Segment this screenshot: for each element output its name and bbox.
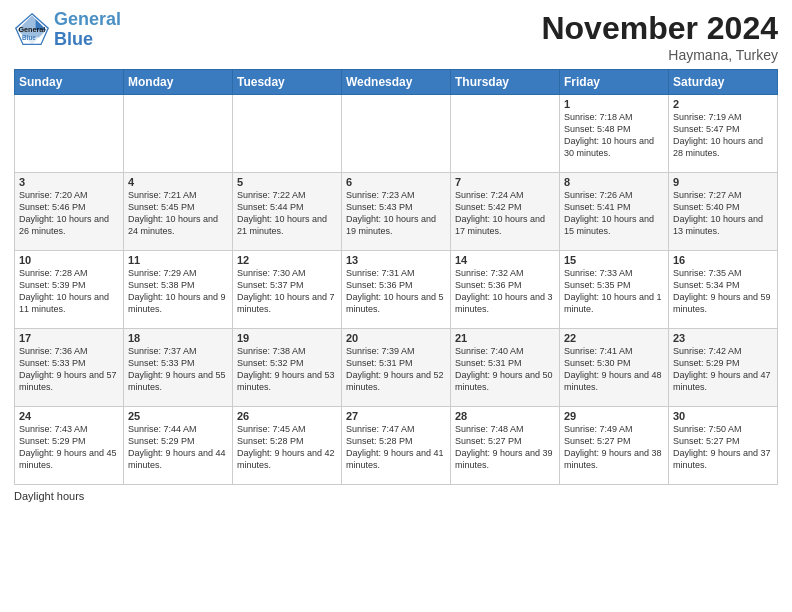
day-cell: 7Sunrise: 7:24 AM Sunset: 5:42 PM Daylig… — [451, 173, 560, 251]
day-cell: 3Sunrise: 7:20 AM Sunset: 5:46 PM Daylig… — [15, 173, 124, 251]
day-number: 17 — [19, 332, 119, 344]
day-cell — [124, 95, 233, 173]
day-cell: 10Sunrise: 7:28 AM Sunset: 5:39 PM Dayli… — [15, 251, 124, 329]
day-number: 19 — [237, 332, 337, 344]
day-info: Sunrise: 7:23 AM Sunset: 5:43 PM Dayligh… — [346, 189, 446, 238]
col-sunday: Sunday — [15, 70, 124, 95]
week-row-1: 1Sunrise: 7:18 AM Sunset: 5:48 PM Daylig… — [15, 95, 778, 173]
day-number: 8 — [564, 176, 664, 188]
col-monday: Monday — [124, 70, 233, 95]
day-info: Sunrise: 7:47 AM Sunset: 5:28 PM Dayligh… — [346, 423, 446, 472]
day-number: 20 — [346, 332, 446, 344]
day-number: 16 — [673, 254, 773, 266]
day-cell — [451, 95, 560, 173]
day-cell: 6Sunrise: 7:23 AM Sunset: 5:43 PM Daylig… — [342, 173, 451, 251]
day-info: Sunrise: 7:49 AM Sunset: 5:27 PM Dayligh… — [564, 423, 664, 472]
col-friday: Friday — [560, 70, 669, 95]
day-number: 10 — [19, 254, 119, 266]
day-info: Sunrise: 7:42 AM Sunset: 5:29 PM Dayligh… — [673, 345, 773, 394]
day-number: 28 — [455, 410, 555, 422]
day-cell: 26Sunrise: 7:45 AM Sunset: 5:28 PM Dayli… — [233, 407, 342, 485]
day-info: Sunrise: 7:18 AM Sunset: 5:48 PM Dayligh… — [564, 111, 664, 160]
day-cell: 24Sunrise: 7:43 AM Sunset: 5:29 PM Dayli… — [15, 407, 124, 485]
day-cell: 27Sunrise: 7:47 AM Sunset: 5:28 PM Dayli… — [342, 407, 451, 485]
day-cell: 29Sunrise: 7:49 AM Sunset: 5:27 PM Dayli… — [560, 407, 669, 485]
col-wednesday: Wednesday — [342, 70, 451, 95]
day-info: Sunrise: 7:26 AM Sunset: 5:41 PM Dayligh… — [564, 189, 664, 238]
day-cell: 15Sunrise: 7:33 AM Sunset: 5:35 PM Dayli… — [560, 251, 669, 329]
day-number: 3 — [19, 176, 119, 188]
day-cell — [342, 95, 451, 173]
day-info: Sunrise: 7:30 AM Sunset: 5:37 PM Dayligh… — [237, 267, 337, 316]
day-number: 11 — [128, 254, 228, 266]
calendar: Sunday Monday Tuesday Wednesday Thursday… — [14, 69, 778, 485]
day-info: Sunrise: 7:48 AM Sunset: 5:27 PM Dayligh… — [455, 423, 555, 472]
day-number: 21 — [455, 332, 555, 344]
day-info: Sunrise: 7:31 AM Sunset: 5:36 PM Dayligh… — [346, 267, 446, 316]
day-cell: 28Sunrise: 7:48 AM Sunset: 5:27 PM Dayli… — [451, 407, 560, 485]
day-info: Sunrise: 7:35 AM Sunset: 5:34 PM Dayligh… — [673, 267, 773, 316]
day-number: 4 — [128, 176, 228, 188]
day-cell: 21Sunrise: 7:40 AM Sunset: 5:31 PM Dayli… — [451, 329, 560, 407]
day-number: 29 — [564, 410, 664, 422]
header: General Blue GeneralBlue November 2024 H… — [14, 10, 778, 63]
day-info: Sunrise: 7:33 AM Sunset: 5:35 PM Dayligh… — [564, 267, 664, 316]
page: General Blue GeneralBlue November 2024 H… — [0, 0, 792, 612]
day-number: 14 — [455, 254, 555, 266]
day-number: 22 — [564, 332, 664, 344]
day-info: Sunrise: 7:27 AM Sunset: 5:40 PM Dayligh… — [673, 189, 773, 238]
day-cell: 17Sunrise: 7:36 AM Sunset: 5:33 PM Dayli… — [15, 329, 124, 407]
day-cell: 30Sunrise: 7:50 AM Sunset: 5:27 PM Dayli… — [669, 407, 778, 485]
calendar-header-row: Sunday Monday Tuesday Wednesday Thursday… — [15, 70, 778, 95]
day-cell — [15, 95, 124, 173]
day-number: 2 — [673, 98, 773, 110]
day-info: Sunrise: 7:19 AM Sunset: 5:47 PM Dayligh… — [673, 111, 773, 160]
day-info: Sunrise: 7:43 AM Sunset: 5:29 PM Dayligh… — [19, 423, 119, 472]
day-info: Sunrise: 7:37 AM Sunset: 5:33 PM Dayligh… — [128, 345, 228, 394]
day-cell: 5Sunrise: 7:22 AM Sunset: 5:44 PM Daylig… — [233, 173, 342, 251]
day-info: Sunrise: 7:44 AM Sunset: 5:29 PM Dayligh… — [128, 423, 228, 472]
month-title: November 2024 — [541, 10, 778, 47]
day-info: Sunrise: 7:36 AM Sunset: 5:33 PM Dayligh… — [19, 345, 119, 394]
legend: Daylight hours — [14, 490, 778, 502]
day-info: Sunrise: 7:24 AM Sunset: 5:42 PM Dayligh… — [455, 189, 555, 238]
day-number: 30 — [673, 410, 773, 422]
day-info: Sunrise: 7:22 AM Sunset: 5:44 PM Dayligh… — [237, 189, 337, 238]
day-cell: 2Sunrise: 7:19 AM Sunset: 5:47 PM Daylig… — [669, 95, 778, 173]
week-row-3: 10Sunrise: 7:28 AM Sunset: 5:39 PM Dayli… — [15, 251, 778, 329]
day-cell: 1Sunrise: 7:18 AM Sunset: 5:48 PM Daylig… — [560, 95, 669, 173]
day-cell: 16Sunrise: 7:35 AM Sunset: 5:34 PM Dayli… — [669, 251, 778, 329]
day-cell: 4Sunrise: 7:21 AM Sunset: 5:45 PM Daylig… — [124, 173, 233, 251]
day-number: 25 — [128, 410, 228, 422]
day-info: Sunrise: 7:39 AM Sunset: 5:31 PM Dayligh… — [346, 345, 446, 394]
day-number: 7 — [455, 176, 555, 188]
day-number: 23 — [673, 332, 773, 344]
day-cell: 13Sunrise: 7:31 AM Sunset: 5:36 PM Dayli… — [342, 251, 451, 329]
day-info: Sunrise: 7:50 AM Sunset: 5:27 PM Dayligh… — [673, 423, 773, 472]
day-number: 15 — [564, 254, 664, 266]
daylight-hours-label: Daylight hours — [14, 490, 84, 502]
week-row-5: 24Sunrise: 7:43 AM Sunset: 5:29 PM Dayli… — [15, 407, 778, 485]
week-row-2: 3Sunrise: 7:20 AM Sunset: 5:46 PM Daylig… — [15, 173, 778, 251]
day-number: 12 — [237, 254, 337, 266]
day-info: Sunrise: 7:40 AM Sunset: 5:31 PM Dayligh… — [455, 345, 555, 394]
day-info: Sunrise: 7:29 AM Sunset: 5:38 PM Dayligh… — [128, 267, 228, 316]
day-number: 18 — [128, 332, 228, 344]
day-cell: 9Sunrise: 7:27 AM Sunset: 5:40 PM Daylig… — [669, 173, 778, 251]
day-info: Sunrise: 7:28 AM Sunset: 5:39 PM Dayligh… — [19, 267, 119, 316]
day-number: 26 — [237, 410, 337, 422]
day-cell: 19Sunrise: 7:38 AM Sunset: 5:32 PM Dayli… — [233, 329, 342, 407]
day-info: Sunrise: 7:21 AM Sunset: 5:45 PM Dayligh… — [128, 189, 228, 238]
svg-text:General: General — [19, 25, 46, 34]
day-number: 27 — [346, 410, 446, 422]
day-info: Sunrise: 7:20 AM Sunset: 5:46 PM Dayligh… — [19, 189, 119, 238]
day-number: 9 — [673, 176, 773, 188]
logo: General Blue GeneralBlue — [14, 10, 121, 50]
day-number: 5 — [237, 176, 337, 188]
title-block: November 2024 Haymana, Turkey — [541, 10, 778, 63]
day-info: Sunrise: 7:41 AM Sunset: 5:30 PM Dayligh… — [564, 345, 664, 394]
day-cell: 23Sunrise: 7:42 AM Sunset: 5:29 PM Dayli… — [669, 329, 778, 407]
day-number: 1 — [564, 98, 664, 110]
col-thursday: Thursday — [451, 70, 560, 95]
day-cell: 18Sunrise: 7:37 AM Sunset: 5:33 PM Dayli… — [124, 329, 233, 407]
